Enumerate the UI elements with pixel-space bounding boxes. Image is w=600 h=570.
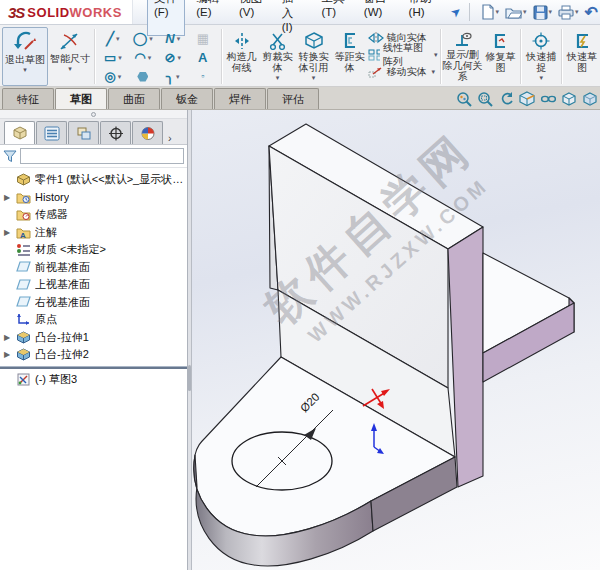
dimxpert-manager-tab[interactable] [100, 121, 131, 144]
quick-access-toolbar: ▾ ▾ ▾ ▾ ↶ [478, 2, 600, 23]
ds-logo-icon: 3S [8, 4, 24, 21]
polygon-icon [137, 72, 148, 82]
exit-sketch-button[interactable]: 退出草图 ▾ [2, 27, 48, 86]
slot-tool-button[interactable]: ◎▾ [98, 67, 128, 86]
slot-icon: ◎ [104, 70, 115, 83]
convert-entities-button[interactable]: 转换实体引用 ▾ [296, 27, 332, 86]
new-document-icon [480, 4, 495, 20]
material-icon [16, 243, 33, 256]
construction-geometry-button[interactable]: 构造几何线 [224, 27, 260, 86]
line-tool-button[interactable]: ╱▾ [98, 29, 128, 48]
panel-tabs-overflow-chevron[interactable]: › [168, 132, 172, 144]
tab-sheet-metal[interactable]: 钣金 [161, 88, 213, 109]
tree-item-boss-extrude1[interactable]: ▶ 凸台-拉伸1 [0, 329, 187, 347]
previous-view-icon[interactable] [497, 90, 514, 107]
pattern-grid-tool-button[interactable]: ▦ [188, 29, 218, 48]
part-icon [16, 173, 33, 186]
view-orientation-icon[interactable] [560, 90, 577, 107]
filter-funnel-icon [3, 150, 17, 163]
display-manager-tab[interactable] [132, 121, 163, 144]
feature-manager-tab[interactable] [4, 121, 35, 144]
ellipse-icon: ⊘ [165, 51, 176, 64]
graphics-viewport[interactable]: Ø20 软件自学网 WWW.RJZXW.COM [192, 110, 600, 570]
move-entities-icon [368, 66, 384, 78]
expand-arrow-icon: ▶ [4, 350, 16, 359]
tree-item-material[interactable]: 材质 <未指定> [0, 241, 187, 259]
circle-icon: ◯ [133, 32, 148, 45]
spline-tool-button[interactable]: N▾ [158, 29, 188, 48]
panel-collapse-handle[interactable] [0, 110, 187, 119]
tree-item-right-plane[interactable]: 右视基准面 [0, 294, 187, 312]
sketch-icon [16, 373, 33, 386]
tab-surfaces[interactable]: 曲面 [108, 88, 160, 109]
zoom-area-icon[interactable] [476, 90, 493, 107]
ellipse-tool-button[interactable]: ⊘▾ [158, 48, 188, 67]
polygon-tool-button[interactable] [128, 67, 158, 86]
display-delete-relations-button[interactable]: 显示/删除几何关系 ▾ [442, 27, 482, 86]
property-manager-tab[interactable] [36, 121, 67, 144]
command-manager-ribbon: 退出草图 ▾ 智能尺寸 ▾ ╱▾ ◯▾ N▾ ▦ ▭▾ ◠▾ ⊘▾ A ◎▾ ╮… [0, 25, 600, 87]
feature-tree-filter-input[interactable] [20, 148, 184, 164]
smart-dimension-button[interactable]: 智能尺寸 ▾ [48, 27, 92, 86]
convert-entities-icon [304, 31, 324, 51]
tab-features[interactable]: 特征 [2, 88, 54, 109]
new-document-button[interactable]: ▾ [478, 3, 502, 21]
tab-evaluate[interactable]: 评估 [267, 88, 319, 109]
sketch-entities-grid: ╱▾ ◯▾ N▾ ▦ ▭▾ ◠▾ ⊘▾ A ◎▾ ╮▾ ▫ [98, 29, 218, 86]
tree-item-boss-extrude2[interactable]: ▶ 凸台-拉伸2 [0, 346, 187, 364]
construction-geometry-icon [233, 31, 251, 51]
pin-menu-icon[interactable]: ➤ [447, 3, 464, 20]
tree-item-front-plane[interactable]: 前视基准面 [0, 259, 187, 277]
fillet-tool-button[interactable]: ╮▾ [158, 67, 188, 86]
text-tool-button[interactable]: A [188, 48, 218, 67]
history-folder-icon [16, 191, 33, 204]
origin-icon [16, 313, 33, 326]
display-relations-icon [452, 31, 472, 49]
print-button[interactable]: ▾ [556, 4, 581, 21]
arc-tool-button[interactable]: ◠▾ [128, 48, 158, 67]
tree-filter-row [0, 145, 187, 168]
tree-item-sketch3[interactable]: (-) 草图3 [0, 371, 187, 389]
pattern-grid-icon: ▦ [197, 32, 209, 45]
move-entities-button[interactable]: 移动实体▾ [368, 64, 438, 80]
view-settings-icon[interactable] [539, 90, 556, 107]
trim-entities-button[interactable]: 剪裁实体 ▾ [260, 27, 296, 86]
tree-item-history[interactable]: ▶ History [0, 189, 187, 207]
quick-snaps-button[interactable]: 快速捕捉 ▾ [523, 27, 559, 86]
property-manager-icon [44, 126, 60, 141]
tree-item-annotations[interactable]: ▶ A 注解 [0, 224, 187, 242]
rectangle-tool-button[interactable]: ▭▾ [98, 48, 128, 67]
point-icon: ▫ [201, 72, 204, 81]
linear-sketch-pattern-button[interactable]: 线性草图阵列▾ [368, 47, 438, 63]
open-document-button[interactable]: ▾ [503, 4, 529, 21]
save-icon [533, 5, 548, 20]
repair-sketch-button[interactable]: 修复草图 [482, 27, 518, 86]
part-3d-model[interactable]: Ø20 [192, 110, 600, 570]
zoom-fit-icon[interactable] [455, 90, 472, 107]
arc-icon: ◠ [134, 51, 145, 64]
tab-sketch[interactable]: 草图 [55, 88, 107, 109]
feature-manager-icon [12, 126, 28, 141]
tree-item-origin[interactable]: 原点 [0, 311, 187, 329]
configuration-manager-tab[interactable] [68, 121, 99, 144]
expand-arrow-icon: ▶ [4, 228, 16, 237]
plane-icon [16, 279, 33, 291]
section-view-icon[interactable] [518, 90, 535, 107]
line-icon: ╱ [106, 32, 114, 45]
point-tool-button[interactable]: ▫ [188, 67, 218, 86]
offset-entities-button[interactable]: 等距实体 [332, 27, 368, 86]
rollback-bar[interactable] [0, 366, 187, 369]
rapid-sketch-button[interactable]: 快速草图 [564, 27, 600, 86]
circle-tool-button[interactable]: ◯▾ [128, 29, 158, 48]
tree-item-top-plane[interactable]: 上视基准面 [0, 276, 187, 294]
heads-up-view-toolbar [455, 90, 598, 109]
save-button[interactable]: ▾ [531, 4, 555, 21]
mirror-entities-icon [368, 32, 384, 44]
tab-weldments[interactable]: 焊件 [214, 88, 266, 109]
boss-extrude-icon [16, 348, 33, 361]
display-style-icon[interactable] [581, 90, 598, 107]
tree-item-part[interactable]: 零件1 (默认<<默认>_显示状态 1>) [0, 171, 187, 189]
undo-button[interactable]: ↶ [583, 2, 600, 23]
open-document-icon [505, 5, 522, 20]
tree-item-sensors[interactable]: 传感器 [0, 206, 187, 224]
